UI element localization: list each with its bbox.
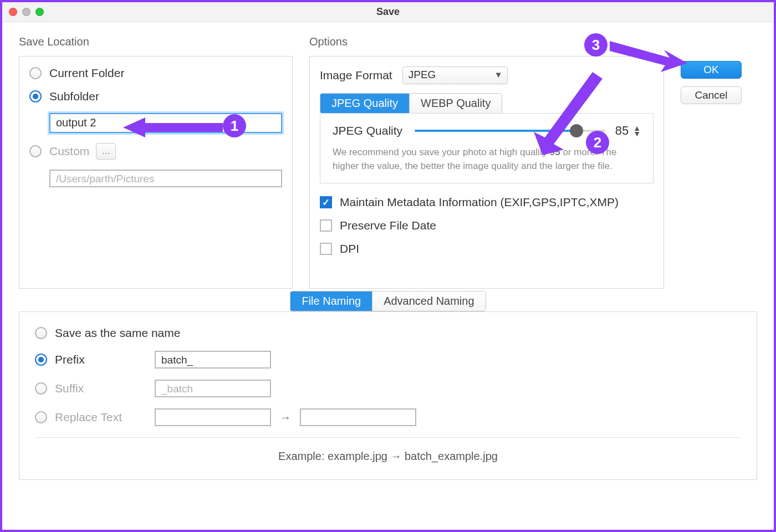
jpeg-quality-slider[interactable] [415,124,605,138]
label-subfolder: Subfolder [49,90,99,103]
options-heading: Options [309,35,664,48]
tab-webp-quality[interactable]: WEBP Quality [410,94,502,113]
replace-to-input[interactable] [300,408,416,426]
slider-thumb[interactable] [570,124,583,137]
image-format-label: Image Format [320,69,392,82]
radio-same-name[interactable] [35,327,47,339]
replace-from-input[interactable] [155,408,271,426]
example-text: Example: example.jpg → batch_example.jpg [35,450,741,463]
ok-button[interactable]: OK [681,61,742,79]
label-custom: Custom [49,145,89,158]
tab-jpeg-quality[interactable]: JPEG Quality [320,94,410,113]
prefix-input[interactable]: batch_ [155,351,271,369]
save-location-heading: Save Location [19,35,293,48]
naming-tabs: File Naming Advanced Naming [290,291,486,311]
image-format-select[interactable]: JPEG ▼ [402,66,508,84]
label-prefix: Prefix [55,353,155,366]
custom-path-input[interactable]: /Users/parth/Pictures [49,170,282,187]
image-format-value: JPEG [409,69,436,80]
subfolder-name-input[interactable]: output 2 [49,113,282,133]
cancel-button[interactable]: Cancel [681,86,742,104]
quality-tabs: JPEG Quality WEBP Quality [320,93,502,114]
jpeg-quality-label: JPEG Quality [333,124,402,137]
arrow-right-icon: → [280,411,291,424]
label-same-name: Save as the same name [55,326,180,340]
checkbox-dpi[interactable] [320,243,332,255]
radio-custom[interactable] [29,145,42,157]
file-naming-panel: Save as the same name Prefix batch_ Suff… [19,311,757,480]
options-panel: Image Format JPEG ▼ JPEG Quality WEBP Qu… [309,56,664,289]
suffix-input[interactable]: _batch [155,380,271,397]
tab-advanced-naming[interactable]: Advanced Naming [372,291,485,311]
jpeg-quality-stepper[interactable]: 85 ▲▼ [615,124,641,138]
save-location-panel: Current Folder Subfolder output 2 Custom… [19,56,293,289]
label-replace-text: Replace Text [55,411,155,424]
stepper-arrows-icon[interactable]: ▲▼ [633,125,641,136]
label-maintain-metadata: Maintain Metadata Information (EXIF,GPS,… [340,196,619,209]
label-suffix: Suffix [55,382,155,395]
tab-file-naming[interactable]: File Naming [290,291,372,311]
radio-replace-text[interactable] [35,411,47,423]
window-title: Save [2,6,774,18]
radio-current-folder[interactable] [29,67,42,79]
label-current-folder: Current Folder [49,66,124,80]
quality-help-text: We recommend you save your photo at high… [333,146,641,173]
jpeg-quality-value: 85 [615,124,629,138]
radio-prefix[interactable] [35,354,47,366]
divider [35,437,741,438]
radio-suffix[interactable] [35,382,47,395]
quality-panel: JPEG Quality 85 ▲▼ [320,113,654,183]
titlebar: Save [2,2,774,22]
label-preserve-date: Preserve File Date [340,219,436,232]
label-dpi: DPI [340,242,359,255]
checkbox-maintain-metadata[interactable] [320,196,332,208]
browse-button[interactable]: ... [96,143,116,160]
checkbox-preserve-date[interactable] [320,219,332,232]
caret-down-icon: ▼ [494,70,503,79]
radio-subfolder[interactable] [29,90,42,103]
